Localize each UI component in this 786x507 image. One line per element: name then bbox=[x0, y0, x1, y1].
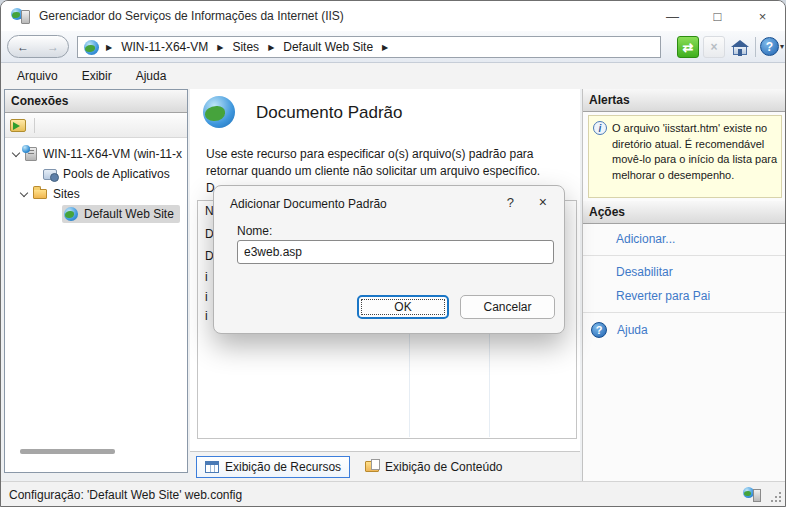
name-input[interactable] bbox=[237, 240, 554, 264]
resize-grip[interactable] bbox=[779, 500, 781, 502]
occluded-list-text: i bbox=[205, 309, 208, 323]
occluded-list-text: i bbox=[205, 290, 208, 304]
ok-button[interactable]: OK bbox=[357, 295, 449, 319]
dialog-close-button[interactable]: × bbox=[539, 194, 547, 210]
stop-button-disabled: × bbox=[703, 36, 725, 58]
iis-manager-window: Gerenciador do Serviços de Informações d… bbox=[0, 0, 786, 507]
tab-label: Exibição de Recursos bbox=[225, 460, 341, 474]
alert-box: i O arquivo 'iisstart.htm' existe no dir… bbox=[588, 115, 782, 198]
name-field-label: Nome: bbox=[237, 224, 272, 238]
default-document-feature-icon bbox=[203, 96, 235, 128]
alerts-header: Alertas bbox=[583, 89, 786, 112]
maximize-button[interactable]: □ bbox=[695, 1, 740, 31]
iis-status-icon bbox=[743, 487, 761, 503]
help-icon: ? bbox=[591, 322, 607, 338]
menu-bar: Arquivo Exibir Ajuda bbox=[1, 63, 785, 89]
occluded-list-text: i bbox=[205, 270, 208, 284]
features-view-icon bbox=[205, 461, 219, 473]
connections-tree: WIN-11-X64-VM (win-11-x Pools de Aplicat… bbox=[5, 138, 187, 224]
breadcrumb-server[interactable]: WIN-11-X64-VM bbox=[119, 40, 210, 54]
tree-item-default-web-site[interactable]: Default Web Site bbox=[5, 204, 187, 224]
info-icon: i bbox=[593, 121, 607, 135]
server-icon bbox=[25, 147, 37, 161]
forward-button[interactable]: → bbox=[47, 40, 59, 54]
address-bar[interactable]: ▶ WIN-11-X64-VM ▶ Sites ▶ Default Web Si… bbox=[77, 36, 661, 58]
tab-label: Exibição de Conteúdo bbox=[385, 460, 502, 474]
tree-item-label: WIN-11-X64-VM (win-11-x bbox=[43, 147, 182, 161]
horizontal-scrollbar-thumb[interactable] bbox=[20, 449, 115, 454]
navigation-toolbar: ← → ▶ WIN-11-X64-VM ▶ Sites ▶ Default We… bbox=[1, 31, 785, 63]
breadcrumb-arrow-icon: ▶ bbox=[268, 43, 274, 52]
iis-app-icon bbox=[11, 8, 30, 25]
action-add-link[interactable]: Adicionar... bbox=[583, 227, 786, 251]
cancel-button[interactable]: Cancelar bbox=[460, 295, 555, 319]
tree-item-label: Pools de Aplicativos bbox=[63, 167, 170, 181]
tree-item-application-pools[interactable]: Pools de Aplicativos bbox=[5, 164, 187, 184]
site-globe-icon bbox=[84, 40, 99, 55]
tree-item-sites[interactable]: Sites bbox=[5, 184, 187, 204]
connections-header: Conexões bbox=[5, 90, 187, 113]
home-icon bbox=[733, 46, 747, 55]
tree-item-server[interactable]: WIN-11-X64-VM (win-11-x bbox=[5, 144, 187, 164]
window-title: Gerenciador do Serviços de Informações d… bbox=[39, 9, 344, 23]
menu-exibir[interactable]: Exibir bbox=[70, 65, 124, 87]
menu-arquivo[interactable]: Arquivo bbox=[5, 65, 70, 87]
actions-panel: Alertas i O arquivo 'iisstart.htm' exist… bbox=[582, 89, 786, 481]
home-button[interactable] bbox=[729, 36, 751, 58]
tree-selection-highlight: Default Web Site bbox=[62, 205, 180, 223]
view-tab-strip: Exibição de Recursos Exibição de Conteúd… bbox=[190, 451, 580, 481]
alert-message: O arquivo 'iisstart.htm' existe no diret… bbox=[612, 121, 778, 193]
chevron-expanded-icon[interactable] bbox=[12, 148, 20, 156]
help-label: Ajuda bbox=[617, 323, 648, 337]
refresh-button[interactable]: ⇄ bbox=[677, 36, 699, 58]
connections-panel: Conexões WIN-11-X64-VM (win-11-x Pools d… bbox=[4, 89, 188, 473]
add-default-document-dialog: Adicionar Documento Padrão ? × Nome: OK … bbox=[213, 185, 565, 334]
breadcrumb-arrow-icon: ▶ bbox=[382, 43, 388, 52]
chevron-expanded-icon[interactable] bbox=[20, 188, 28, 196]
help-dropdown-caret-icon[interactable]: ▾ bbox=[780, 42, 784, 51]
action-links: Adicionar... Desabilitar Reverter para P… bbox=[583, 227, 786, 343]
dialog-help-button[interactable]: ? bbox=[507, 195, 514, 210]
tab-features-view[interactable]: Exibição de Recursos bbox=[196, 456, 350, 478]
feature-title: Documento Padrão bbox=[256, 103, 402, 123]
status-bar: Configuração: 'Default Web Site' web.con… bbox=[1, 481, 785, 507]
description-line: Use este recurso para especificar o(s) a… bbox=[206, 146, 540, 163]
help-button[interactable]: ? bbox=[760, 37, 779, 56]
connections-toolbar bbox=[5, 113, 187, 138]
save-connections-icon[interactable] bbox=[10, 119, 26, 132]
tree-item-label: Default Web Site bbox=[84, 207, 174, 221]
close-button[interactable]: × bbox=[740, 1, 785, 31]
tree-item-label: Sites bbox=[53, 187, 80, 201]
actions-divider bbox=[583, 312, 786, 313]
nav-pill: ← → bbox=[7, 35, 69, 58]
tab-content-view[interactable]: Exibição de Conteúdo bbox=[356, 456, 511, 478]
back-button[interactable]: ← bbox=[17, 40, 29, 54]
application-pools-icon bbox=[43, 169, 57, 180]
actions-header: Ações bbox=[583, 201, 786, 224]
content-view-icon bbox=[365, 461, 379, 472]
breadcrumb-sites[interactable]: Sites bbox=[230, 40, 261, 54]
breadcrumb-arrow-icon: ▶ bbox=[217, 43, 223, 52]
action-revert-link[interactable]: Reverter para Pai bbox=[583, 284, 786, 308]
status-text: Configuração: 'Default Web Site' web.con… bbox=[9, 488, 242, 502]
menu-ajuda[interactable]: Ajuda bbox=[124, 65, 179, 87]
sites-folder-icon bbox=[33, 189, 47, 199]
action-help-link[interactable]: ? Ajuda bbox=[583, 317, 786, 343]
dialog-title: Adicionar Documento Padrão bbox=[230, 197, 387, 211]
action-disable-link[interactable]: Desabilitar bbox=[583, 260, 786, 284]
actions-divider bbox=[583, 255, 786, 256]
description-line: retornar quando um cliente não solicitar… bbox=[206, 163, 540, 180]
connections-toolbar-separator bbox=[34, 118, 35, 133]
web-site-globe-icon bbox=[64, 207, 78, 221]
breadcrumb-arrow-icon: ▶ bbox=[106, 43, 112, 52]
toolbar-separator bbox=[755, 37, 756, 57]
breadcrumb-default-web-site[interactable]: Default Web Site bbox=[281, 40, 375, 54]
minimize-button[interactable]: — bbox=[650, 1, 695, 31]
